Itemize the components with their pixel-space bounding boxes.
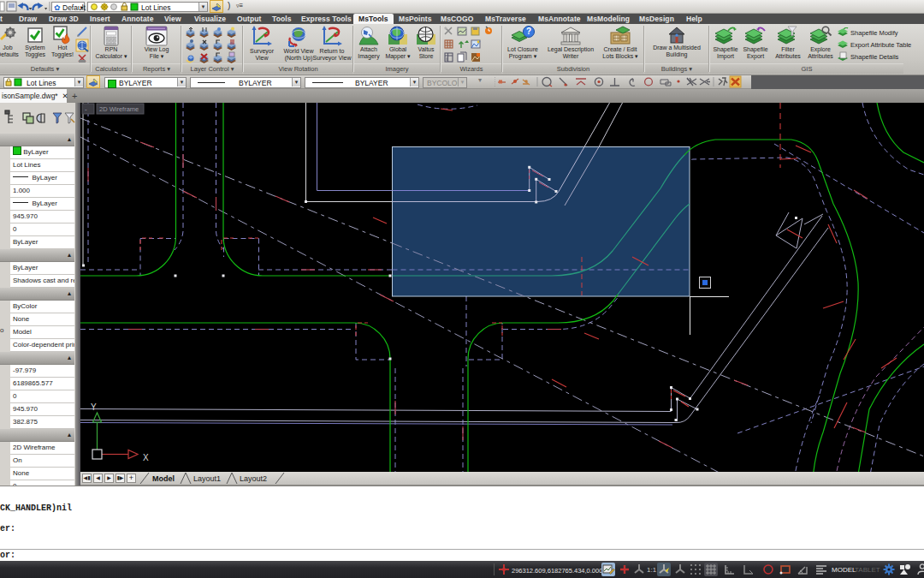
svg-text:Layout2: Layout2	[240, 474, 267, 483]
svg-text:?: ?	[526, 27, 531, 36]
svg-text:Y: Y	[91, 402, 97, 412]
svg-text:Model: Model	[152, 474, 175, 483]
svg-text:-: -	[85, 105, 87, 113]
svg-text:Layout1: Layout1	[193, 474, 221, 483]
svg-text:X: X	[143, 453, 149, 462]
svg-text:2D Wireframe: 2D Wireframe	[99, 105, 139, 113]
